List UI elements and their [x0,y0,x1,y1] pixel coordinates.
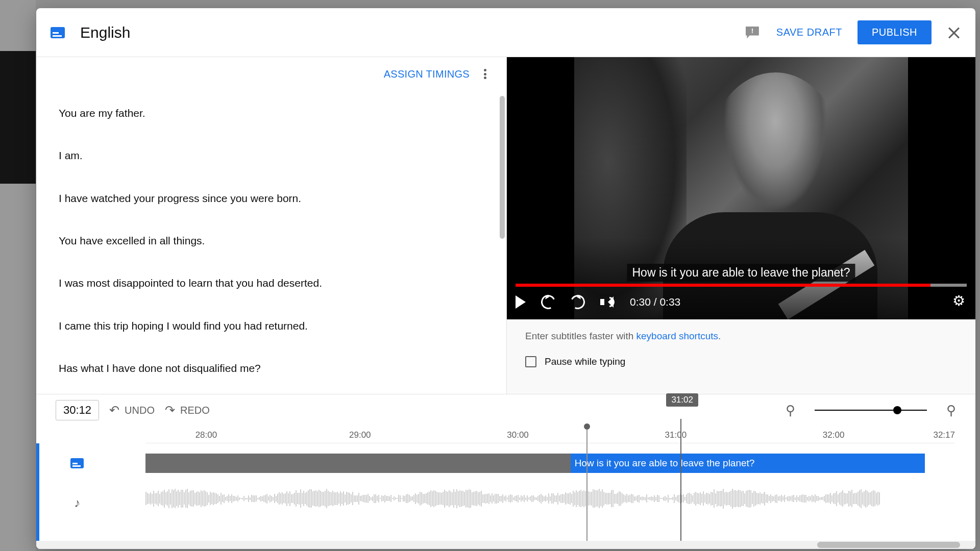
timeline-horizontal-scrollbar[interactable] [36,541,975,549]
subtitle-line[interactable]: I am. [59,148,484,163]
replay-10-icon[interactable] [539,293,557,311]
more-options-icon[interactable] [479,68,491,80]
video-caption-overlay: How is it you are able to leave the plan… [627,264,855,282]
audio-track-icon: ♪ [74,496,80,510]
timeline-accent [36,443,39,541]
timeline-tooltip: 31:02 [666,393,698,407]
volume-icon[interactable] [600,295,615,309]
feedback-icon[interactable] [746,27,759,39]
ruler-end: 32:17 [933,430,955,440]
timeline-panel: 30:12 ↶UNDO ↷REDO ⚲ ⚲ 28:00 29:00 30:00 … [36,394,975,549]
video-player[interactable]: How is it you are able to leave the plan… [507,57,975,319]
timeline-time-input[interactable]: 30:12 [56,400,99,420]
keyboard-shortcuts-hint: Enter subtitles faster with keyboard sho… [525,331,957,342]
undo-button[interactable]: ↶UNDO [109,403,155,417]
video-progress-bar[interactable] [516,284,967,287]
publish-button[interactable]: PUBLISH [857,20,932,44]
pause-while-typing-option[interactable]: Pause while typing [525,356,957,367]
subtitle-line[interactable]: I came this trip hoping I would find you… [59,319,484,333]
playhead[interactable] [586,426,587,541]
subtitle-text-list[interactable]: You are my father. I am. I have watched … [36,91,506,394]
subtitle-text-panel: ASSIGN TIMINGS You are my father. I am. … [36,57,507,394]
ruler-tick: 32:00 [823,430,845,440]
subtitle-line[interactable]: Has what I have done not disqualified me… [59,361,484,375]
caption-segment-active[interactable]: How is it you are able to leave the plan… [571,454,925,473]
pause-while-typing-checkbox[interactable] [525,356,536,367]
gear-icon[interactable] [953,295,967,309]
undo-icon: ↶ [109,403,119,417]
audio-waveform [145,483,955,514]
modal-header: English SAVE DRAFT PUBLISH [36,8,975,57]
save-draft-button[interactable]: SAVE DRAFT [776,27,842,38]
caption-segment[interactable] [145,454,571,473]
subtitle-icon [51,27,65,38]
ruler-tick: 30:00 [507,430,529,440]
keyboard-shortcuts-link[interactable]: keyboard shortcuts [636,331,719,341]
captions-track-icon [70,458,84,468]
timeline-ruler[interactable]: 28:00 29:00 30:00 31:00 32:00 32:17 [145,426,955,443]
modal-title: English [80,24,130,41]
scrollbar[interactable] [500,96,505,239]
forward-10-icon[interactable] [569,293,587,311]
timeline-tracks[interactable]: How is it you are able to leave the plan… [97,443,955,541]
timeline-hover-marker: 31:02 [680,419,681,541]
subtitle-line[interactable]: I have watched your progress since you w… [59,191,484,206]
ruler-tick: 31:00 [665,430,687,440]
ruler-tick: 29:00 [349,430,371,440]
subtitle-line[interactable]: I was most disappointed to learn that yo… [59,276,484,290]
subtitle-editor-modal: English SAVE DRAFT PUBLISH ASSIGN TIMING… [36,8,975,549]
assign-timings-button[interactable]: ASSIGN TIMINGS [384,68,470,80]
close-icon[interactable] [947,26,961,40]
video-time-display: 0:30 / 0:33 [630,296,680,308]
subtitle-line[interactable]: You have excelled in all things. [59,234,484,248]
ruler-tick: 28:00 [195,430,217,440]
redo-icon: ↷ [165,403,175,417]
zoom-out-icon[interactable]: ⚲ [786,403,795,418]
zoom-in-icon[interactable]: ⚲ [946,403,956,418]
redo-button[interactable]: ↷REDO [165,403,210,417]
play-icon[interactable] [516,295,526,309]
subtitle-line[interactable]: You are my father. [59,106,484,120]
zoom-slider[interactable] [815,410,927,411]
video-preview-panel: How is it you are able to leave the plan… [507,57,975,394]
